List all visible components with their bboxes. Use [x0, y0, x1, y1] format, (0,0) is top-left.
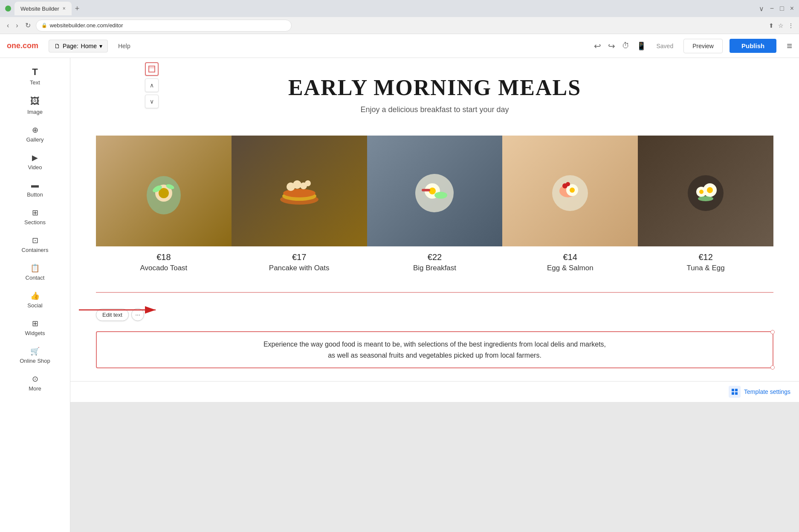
sidebar-more-label: More	[29, 385, 41, 392]
browser-tab[interactable]: Website Builder ×	[14, 2, 72, 15]
star-icon[interactable]: ☆	[778, 22, 784, 29]
edit-toolbar: Edit text ···	[96, 308, 773, 321]
app-toolbar: one.com 🗋 Page: Home ▾ Help ↩ ↪ ⏱ 📱 Save…	[0, 34, 799, 58]
undo-icon[interactable]: ↩	[594, 41, 601, 51]
sidebar-item-more[interactable]: ⊙ More	[0, 369, 70, 397]
tab-title: Website Builder	[20, 6, 59, 12]
nav-forward-btn[interactable]: ›	[14, 21, 20, 30]
section-ctrl-up[interactable]: ∧	[145, 78, 159, 92]
preview-button[interactable]: Preview	[683, 39, 723, 53]
svg-point-29	[699, 190, 703, 194]
containers-icon: ⊡	[32, 236, 38, 245]
publish-button[interactable]: Publish	[730, 39, 776, 53]
online-shop-icon: 🛒	[30, 347, 40, 356]
food-img-eggsalmon	[502, 136, 638, 246]
svg-point-27	[707, 187, 713, 193]
bookmark-icon[interactable]: ⬆	[769, 22, 774, 29]
tab-close-btn[interactable]: ×	[63, 6, 66, 12]
address-text: websitebuilder.one.com/editor	[50, 22, 123, 29]
food-price-5: €12	[638, 252, 773, 262]
sidebar-item-text[interactable]: T Text	[0, 61, 70, 91]
food-item-3[interactable]: €22 Big Breakfast	[367, 136, 503, 279]
section-ctrl-down[interactable]: ∨	[145, 95, 159, 108]
nav-refresh-btn[interactable]: ↻	[23, 20, 32, 30]
sidebar-button-label: Button	[27, 191, 43, 198]
brand-logo: one.com	[7, 41, 38, 50]
sidebar-item-button[interactable]: ▬ Button	[0, 176, 70, 203]
section-ctrl-layout[interactable]	[145, 62, 159, 76]
sidebar-item-online-shop[interactable]: 🛒 Online Shop	[0, 341, 70, 369]
food-item-5[interactable]: €12 Tuna & Egg	[638, 136, 773, 279]
text-handle-top-right[interactable]	[770, 330, 775, 334]
nav-back-btn[interactable]: ‹	[5, 21, 11, 30]
page-selector[interactable]: 🗋 Page: Home ▾	[49, 40, 108, 52]
titlebar-icon-4: ×	[790, 5, 794, 12]
sidebar-item-gallery[interactable]: ⊕ Gallery	[0, 120, 70, 148]
template-settings-button[interactable]: Template settings	[729, 386, 790, 398]
food-item-1[interactable]: €18 Avocado Toast	[96, 136, 232, 279]
sidebar-image-label: Image	[27, 109, 43, 115]
text-content-box[interactable]: Experience the way good food is meant to…	[96, 331, 773, 368]
sidebar-item-image[interactable]: 🖼 Image	[0, 91, 70, 120]
mobile-preview-icon[interactable]: 📱	[637, 41, 646, 51]
svg-point-22	[570, 188, 575, 193]
help-button[interactable]: Help	[118, 43, 130, 49]
tab-add-btn[interactable]: +	[75, 4, 80, 13]
template-settings-icon	[729, 386, 741, 398]
address-right-icons: ⬆ ☆ ⋮	[769, 22, 794, 29]
food-img-avocado	[96, 136, 232, 246]
titlebar-icon-2: −	[770, 5, 774, 12]
food-img-bigbreakfast	[367, 136, 503, 246]
hamburger-menu[interactable]: ≡	[787, 40, 792, 52]
text-line-1: Experience the way good food is meant to…	[263, 341, 606, 348]
history-icon[interactable]: ⏱	[622, 41, 630, 50]
address-lock-icon: 🔒	[41, 23, 47, 28]
page-name: Home	[81, 43, 97, 49]
food-name-5: Tuna & Egg	[638, 264, 773, 272]
food-name-2: Pancake with Oats	[232, 264, 367, 272]
sidebar-item-sections[interactable]: ⊞ Sections	[0, 203, 70, 231]
food-img-pancake	[232, 136, 367, 246]
menu-icon[interactable]: ⋮	[788, 22, 794, 29]
sidebar-item-widgets[interactable]: ⊞ Widgets	[0, 314, 70, 341]
text-icon: T	[32, 66, 38, 78]
address-box[interactable]: 🔒 websitebuilder.one.com/editor	[36, 20, 292, 32]
food-grid: €18 Avocado Toast	[96, 136, 773, 279]
template-settings-label: Template settings	[744, 388, 790, 395]
gallery-icon: ⊕	[32, 125, 38, 135]
sidebar-item-social[interactable]: 👍 Social	[0, 286, 70, 314]
page-icon: 🗋	[54, 43, 60, 49]
section-title: EARLY MORNING MEALS	[96, 75, 773, 100]
svg-point-13	[305, 180, 311, 186]
sidebar-gallery-label: Gallery	[26, 136, 43, 143]
sections-icon: ⊞	[32, 208, 38, 217]
left-sidebar: T Text 🖼 Image ⊕ Gallery ▶ Video ▬ Butto…	[0, 58, 70, 532]
svg-point-9	[283, 189, 316, 197]
food-name-4: Egg & Salmon	[502, 264, 638, 272]
menu-section: EARLY MORNING MEALS Enjoy a delicious br…	[70, 58, 799, 136]
browser-dot-green	[5, 6, 11, 12]
brand-text: one.com	[7, 41, 38, 50]
section-subtitle: Enjoy a delicious breakfast to start you…	[96, 105, 773, 114]
food-name-3: Big Breakfast	[367, 264, 503, 272]
food-item-4[interactable]: €14 Egg & Salmon	[502, 136, 638, 279]
svg-rect-36	[735, 392, 738, 395]
text-content: Experience the way good food is meant to…	[105, 339, 764, 361]
svg-point-16	[429, 188, 436, 194]
widgets-icon: ⊞	[32, 319, 38, 328]
main-layout: T Text 🖼 Image ⊕ Gallery ▶ Video ▬ Butto…	[0, 58, 799, 532]
text-edit-section[interactable]: Edit text ··· Experience the way good fo…	[70, 293, 799, 381]
canvas-area[interactable]: ∧ ∨ EARLY MORNING MEALS Enjoy a deliciou…	[70, 58, 799, 532]
sidebar-online-shop-label: Online Shop	[20, 358, 50, 364]
sidebar-item-contact[interactable]: 📋 Contact	[0, 258, 70, 286]
sidebar-item-containers[interactable]: ⊡ Containers	[0, 231, 70, 258]
redo-icon[interactable]: ↪	[608, 41, 615, 51]
tab-bar: Website Builder × +	[14, 2, 79, 15]
svg-rect-18	[422, 189, 430, 191]
sidebar-item-video[interactable]: ▶ Video	[0, 148, 70, 176]
titlebar-nav-icons: ∨ − □ ×	[759, 5, 794, 13]
svg-point-11	[293, 180, 301, 189]
food-item-2[interactable]: €17 Pancake with Oats	[232, 136, 367, 279]
text-handle-bottom-right[interactable]	[770, 365, 775, 370]
image-icon: 🖼	[30, 96, 40, 107]
